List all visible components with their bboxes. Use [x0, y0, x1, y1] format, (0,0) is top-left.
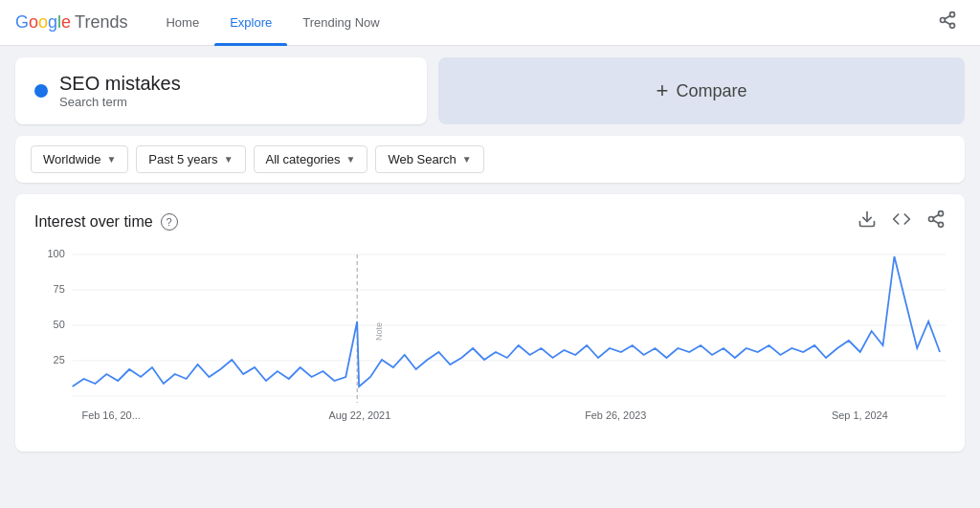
filter-category-label: All categories [266, 152, 341, 166]
svg-text:Aug 22, 2021: Aug 22, 2021 [328, 409, 390, 421]
search-area: SEO mistakes Search term + Compare [15, 57, 965, 124]
help-icon[interactable]: ? [161, 213, 178, 231]
search-text-block: SEO mistakes Search term [59, 73, 181, 109]
chart-card: Interest over time ? [15, 194, 965, 452]
nav-trending[interactable]: Trending Now [287, 0, 394, 46]
nav-home[interactable]: Home [150, 0, 214, 46]
compare-label: Compare [676, 81, 746, 101]
logo: Google Trends [15, 12, 127, 33]
main-nav: Home Explore Trending Now [150, 0, 930, 46]
header: Google Trends Home Explore Trending Now [0, 0, 980, 46]
chevron-down-icon: ▼ [346, 154, 356, 165]
chevron-down-icon: ▼ [462, 154, 472, 165]
search-type: Search term [59, 95, 181, 109]
search-term: SEO mistakes [59, 73, 181, 95]
svg-line-4 [945, 15, 950, 18]
svg-text:25: 25 [54, 354, 65, 365]
svg-text:75: 75 [54, 283, 65, 295]
chart-actions [858, 210, 946, 233]
svg-text:Feb 16, 20...: Feb 16, 20... [82, 409, 141, 421]
svg-line-3 [945, 21, 950, 24]
search-dot-indicator [34, 84, 48, 98]
filter-bar: Worldwide ▼ Past 5 years ▼ All categorie… [15, 136, 965, 183]
chart-header: Interest over time ? [34, 210, 946, 233]
svg-text:Feb 26, 2023: Feb 26, 2023 [585, 409, 646, 421]
chart-title-area: Interest over time ? [34, 213, 178, 231]
svg-line-9 [933, 220, 939, 223]
trends-wordmark: Trends [75, 12, 127, 33]
chevron-down-icon: ▼ [106, 154, 116, 165]
svg-text:Note: Note [374, 322, 384, 341]
compare-card[interactable]: + Compare [438, 57, 965, 124]
interest-chart: 100 75 50 25 Note Feb 16, 20... Aug 22, … [34, 245, 946, 436]
filter-region[interactable]: Worldwide ▼ [31, 145, 128, 173]
main-content: SEO mistakes Search term + Compare World… [0, 46, 980, 463]
chart-title: Interest over time [34, 213, 153, 231]
filter-region-label: Worldwide [43, 152, 100, 166]
google-wordmark: Google [15, 12, 71, 33]
filter-search-type-label: Web Search [388, 152, 456, 166]
chart-area: 100 75 50 25 Note Feb 16, 20... Aug 22, … [34, 245, 946, 436]
search-card: SEO mistakes Search term [15, 57, 427, 124]
filter-time-label: Past 5 years [148, 152, 217, 166]
filter-time[interactable]: Past 5 years ▼ [136, 145, 245, 173]
share-chart-icon[interactable] [926, 210, 946, 233]
filter-category[interactable]: All categories ▼ [254, 145, 368, 173]
svg-text:50: 50 [54, 319, 65, 330]
compare-plus-icon: + [657, 78, 669, 103]
filter-search-type[interactable]: Web Search ▼ [375, 145, 483, 173]
embed-icon[interactable] [892, 210, 911, 233]
nav-explore[interactable]: Explore [214, 0, 287, 46]
svg-line-10 [933, 214, 939, 217]
download-icon[interactable] [858, 210, 877, 233]
chevron-down-icon: ▼ [224, 154, 234, 165]
svg-text:100: 100 [48, 248, 65, 259]
svg-text:Sep 1, 2024: Sep 1, 2024 [832, 409, 888, 421]
share-icon[interactable] [930, 3, 965, 42]
